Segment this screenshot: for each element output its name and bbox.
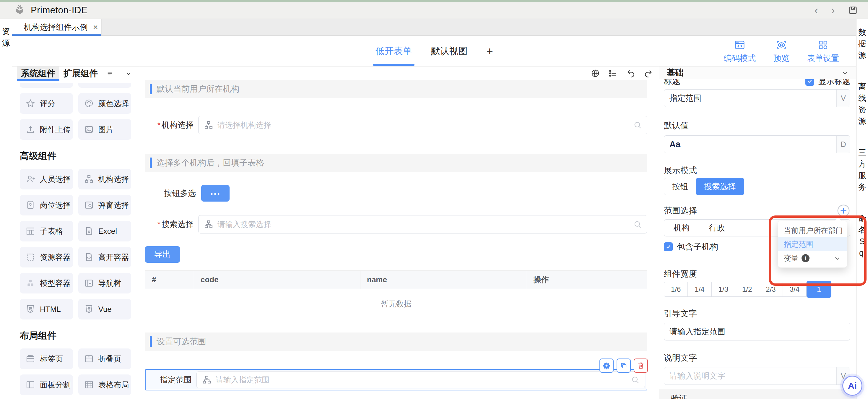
mode-button-option[interactable]: 按钮 xyxy=(664,178,696,195)
scope-field-input[interactable] xyxy=(216,375,631,385)
add-view-button[interactable]: + xyxy=(486,45,493,58)
title-value-input[interactable] xyxy=(664,90,836,107)
redo-icon[interactable] xyxy=(644,69,653,78)
width-option-3-4[interactable]: 3/4 xyxy=(783,282,807,297)
show-title-label: 显示标题 xyxy=(818,79,850,87)
field-settings-button[interactable] xyxy=(599,359,614,373)
chevron-down-icon[interactable] xyxy=(841,68,849,77)
palette-item-partial[interactable] xyxy=(20,83,73,88)
dropdown-item-variable[interactable]: 变量 i xyxy=(778,251,847,265)
globe-icon[interactable] xyxy=(591,69,600,78)
palette-item-label: 岗位选择 xyxy=(40,200,71,210)
palette-item-upload[interactable]: 附件上传 xyxy=(20,119,73,140)
palette-item-tabs[interactable]: 标签页 xyxy=(20,348,73,369)
width-option-1-2[interactable]: 1/2 xyxy=(735,282,759,297)
scope-option-admin[interactable]: 行政 xyxy=(709,222,725,233)
mode-search-select-option[interactable]: 搜索选择 xyxy=(696,178,744,195)
export-button[interactable]: 导出 xyxy=(145,246,180,263)
palette-item-popup-select[interactable]: 弹窗选择 xyxy=(78,195,131,215)
org-select-field-row[interactable]: *机构选择 xyxy=(145,116,647,134)
close-tab-icon[interactable]: × xyxy=(93,23,98,32)
rail-datasource[interactable]: 数据源 xyxy=(857,19,868,73)
form-section-header: 选择多个机构后，回填子表格 xyxy=(145,154,647,172)
palette-item-label: 评分 xyxy=(40,98,55,109)
search-select-field-row[interactable]: *搜索选择 xyxy=(145,215,647,234)
palette-item-collapse[interactable]: 折叠页 xyxy=(78,348,131,369)
inspector-section-basic[interactable]: 基础 xyxy=(659,66,856,79)
palette-tab-extension[interactable]: 扩展组件 xyxy=(59,66,102,81)
show-title-checkbox[interactable] xyxy=(805,79,814,86)
undo-icon[interactable] xyxy=(626,69,635,78)
description-text-group: V xyxy=(664,367,850,385)
dropdown-item-current-dept[interactable]: 当前用户所在部门 xyxy=(778,223,847,237)
palette-item-person-select[interactable]: 人员选择 xyxy=(20,169,73,189)
variable-suffix-button[interactable]: V xyxy=(836,90,850,107)
preview-button[interactable]: 预览 xyxy=(773,40,789,64)
palette-item-label: 子表格 xyxy=(40,226,63,237)
include-sub-org-checkbox[interactable] xyxy=(664,242,673,251)
guide-text-label: 引导文字 xyxy=(664,308,850,319)
palette-menu-icon[interactable] xyxy=(107,70,113,77)
scope-option-org[interactable]: 机构 xyxy=(674,222,689,233)
palette-item-partial[interactable] xyxy=(78,83,131,88)
column-header-actions: 操作 xyxy=(527,271,647,289)
palette-item-subtable[interactable]: 子表格 xyxy=(20,221,73,242)
search-select-input[interactable] xyxy=(217,220,633,229)
code-mode-button[interactable]: 编码模式 xyxy=(724,40,756,64)
rail-third-party-services[interactable]: 三方服务 xyxy=(857,139,868,205)
rail-resources[interactable]: 资源 xyxy=(0,19,12,58)
guide-text-input[interactable] xyxy=(664,323,850,340)
width-option-1-3[interactable]: 1/3 xyxy=(712,282,735,297)
save-icon[interactable] xyxy=(848,5,858,16)
search-icon[interactable] xyxy=(631,376,639,384)
palette-item-nav-tree[interactable]: 导航树 xyxy=(78,273,131,294)
width-option-2-3[interactable]: 2/3 xyxy=(759,282,783,297)
field-delete-button[interactable] xyxy=(634,359,648,373)
palette-item-table-layout[interactable]: 表格布局 xyxy=(78,374,131,395)
palette-item-org-select[interactable]: 机构选择 xyxy=(78,169,131,189)
palette-item-vue[interactable]: Vue xyxy=(78,299,131,319)
form-settings-button[interactable]: 表单设置 xyxy=(807,40,839,64)
width-option-1-4[interactable]: 1/4 xyxy=(688,282,711,297)
nav-back-button[interactable]: ‹ xyxy=(814,5,818,16)
field-copy-button[interactable] xyxy=(617,359,631,373)
palette-item-panel-split[interactable]: 面板分割 xyxy=(20,374,73,395)
code-file-icon xyxy=(84,252,94,262)
org-multi-select-button[interactable]: ... xyxy=(201,185,229,202)
app-logo-icon xyxy=(14,5,25,16)
outline-tree-icon[interactable] xyxy=(609,69,617,78)
palette-item-color-picker[interactable]: 颜色选择 xyxy=(78,93,131,114)
default-value-input[interactable] xyxy=(664,136,836,153)
split-panel-icon xyxy=(26,380,35,390)
search-icon[interactable] xyxy=(633,121,642,129)
palette-item-highcode-container[interactable]: 高开容器 xyxy=(78,247,131,268)
rail-named-sql[interactable]: 命名Sql xyxy=(857,205,868,271)
ai-assistant-button[interactable]: Ai xyxy=(842,376,862,396)
inspector-section-validation[interactable]: 验证 xyxy=(659,389,856,399)
width-option-1-6[interactable]: 1/6 xyxy=(664,282,688,297)
rail-offline-resources[interactable]: 离线资源 xyxy=(857,73,868,139)
description-text-input[interactable] xyxy=(664,367,836,385)
nav-forward-button[interactable]: › xyxy=(831,5,835,16)
palette-item-html[interactable]: HTML xyxy=(20,299,73,319)
tab-default-view[interactable]: 默认视图 xyxy=(431,45,467,57)
add-range-button[interactable] xyxy=(837,204,850,217)
data-suffix-button[interactable]: D xyxy=(836,136,850,153)
search-icon[interactable] xyxy=(633,220,642,228)
palette-item-model-container[interactable]: 模型容器 xyxy=(20,273,73,294)
column-header-code: code xyxy=(194,271,361,289)
palette-item-image[interactable]: 图片 xyxy=(78,119,131,140)
width-option-full[interactable]: 1 xyxy=(807,281,831,298)
doc-tab-org-select-demo[interactable]: 机构选择组件示例 × xyxy=(12,19,102,35)
palette-tab-system[interactable]: 系统组件 xyxy=(17,66,59,81)
selected-field-row[interactable]: 指定范围 xyxy=(145,369,647,391)
palette-item-post-select[interactable]: 岗位选择 xyxy=(20,195,73,215)
palette-item-rate[interactable]: 评分 xyxy=(20,93,73,114)
palette-collapse-chevron-icon[interactable] xyxy=(125,70,132,78)
excel-file-icon xyxy=(84,226,94,236)
palette-item-excel[interactable]: Excel xyxy=(78,221,131,242)
dropdown-item-specified-range[interactable]: 指定范围 xyxy=(778,237,847,251)
org-select-input[interactable] xyxy=(217,121,633,130)
palette-item-resource-container[interactable]: 资源容器 xyxy=(20,247,73,268)
tab-lowcode-form[interactable]: 低开表单 xyxy=(375,45,412,57)
